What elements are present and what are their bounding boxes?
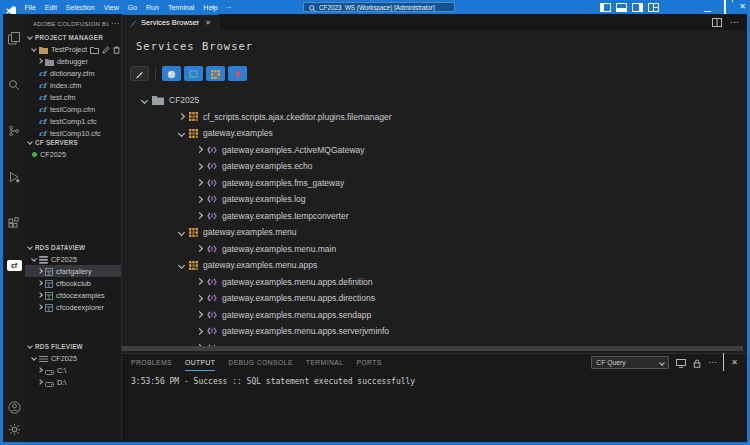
drive-item[interactable]: C:\: [25, 364, 121, 376]
panel-tab-problems[interactable]: PROBLEMS: [131, 354, 172, 371]
chevron-right-icon[interactable]: [196, 196, 203, 203]
close-window-button[interactable]: ✕: [739, 0, 746, 14]
tree-item[interactable]: gateway.examples.ActiveMQGateway: [122, 142, 747, 159]
open-output-in-editor-icon[interactable]: [676, 354, 686, 372]
settings-gear-icon[interactable]: [3, 418, 25, 440]
menu-run[interactable]: Run: [142, 4, 164, 11]
tree-item[interactable]: gateway.examples.menu.apps.serverjvminfo: [122, 323, 747, 340]
search-icon[interactable]: [3, 74, 25, 96]
filter-button[interactable]: [130, 66, 149, 81]
menu-terminal[interactable]: Terminal: [163, 4, 198, 11]
server-scope-button[interactable]: [162, 66, 181, 81]
file-item[interactable]: cftest.cfm: [25, 91, 121, 103]
datasource-item[interactable]: cfbookclub: [25, 277, 121, 289]
output-channel-select[interactable]: CF Query: [591, 356, 669, 369]
chevron-right-icon[interactable]: [196, 212, 203, 219]
tree-item[interactable]: gateway.examples.menu.apps.directions: [122, 290, 747, 307]
chevron-right-icon[interactable]: [178, 113, 185, 120]
tree-item[interactable]: gateway.examples.menu.main: [122, 241, 747, 258]
chevron-right-icon[interactable]: [196, 245, 203, 252]
section-header[interactable]: CF SERVERS: [25, 136, 121, 148]
split-editor-icon[interactable]: [712, 13, 722, 31]
flame-button[interactable]: [228, 66, 247, 81]
maximize-panel-icon[interactable]: [723, 354, 724, 372]
close-icon[interactable]: ✕: [205, 19, 211, 27]
back-icon[interactable]: ←: [210, 0, 218, 14]
section-header[interactable]: RDS FILEVIEW: [25, 340, 121, 352]
menu-edit[interactable]: Edit: [40, 4, 61, 11]
lock-scrolling-icon[interactable]: [693, 354, 701, 372]
menubar: File Edit Selection View Go Run Terminal…: [20, 0, 222, 14]
run-debug-icon[interactable]: [3, 166, 25, 188]
chevron-right-icon[interactable]: [196, 278, 203, 285]
tree-item[interactable]: gateway.examples.menu: [122, 224, 747, 241]
datasource-root-row[interactable]: CF2025: [25, 253, 121, 265]
tree-item-debugger[interactable]: debugger: [25, 55, 121, 67]
panel-tab-debug-console[interactable]: DEBUG CONSOLE: [228, 354, 293, 371]
tree-item[interactable]: gateway.examples.fms_gateway: [122, 175, 747, 192]
tree-item[interactable]: gateway.examples.echo: [122, 158, 747, 175]
project-row[interactable]: TestProject: [25, 43, 121, 55]
delete-trash-icon[interactable]: [113, 43, 120, 55]
panel-tab-terminal[interactable]: TERMINAL: [306, 354, 344, 371]
component-icon: [207, 146, 217, 154]
menu-go[interactable]: Go: [123, 4, 141, 11]
menu-file[interactable]: File: [20, 4, 40, 11]
section-header[interactable]: PROJECT MANAGER: [25, 31, 121, 43]
extensions-icon[interactable]: [3, 212, 25, 234]
menu-selection[interactable]: Selection: [61, 4, 99, 11]
component-icon: [207, 195, 217, 203]
tree-item[interactable]: cf_scripts.scripts.ajax.ckeditor.plugins…: [122, 109, 747, 126]
services-tree: CF2025 cf_scripts.scripts.ajax.ckeditor.…: [122, 92, 747, 346]
panel-tab-output[interactable]: OUTPUT: [185, 354, 215, 371]
tree-item[interactable]: gateway.examples.tempconverter: [122, 208, 747, 225]
chevron-down-icon[interactable]: [141, 97, 148, 104]
edit-pencil-icon[interactable]: [102, 43, 110, 55]
accounts-icon[interactable]: [3, 396, 25, 418]
forward-icon[interactable]: →: [224, 0, 232, 14]
tree-item[interactable]: gateway.examples.menu.apps.sendapp: [122, 307, 747, 324]
chevron-right-icon[interactable]: [196, 328, 203, 335]
datasource-item[interactable]: cfcodeexplorer: [25, 301, 121, 313]
fileview-root-row[interactable]: CF2025: [25, 352, 121, 364]
server-row[interactable]: CF2025: [25, 148, 121, 160]
drive-item[interactable]: D:\: [25, 376, 121, 388]
command-center[interactable]: CF2023_WS (Workspace) [Administrator]: [303, 2, 455, 12]
chevron-right-icon[interactable]: [196, 311, 203, 318]
close-panel-icon[interactable]: ✕: [731, 356, 738, 369]
file-item[interactable]: cfdictionary.cfm: [25, 67, 121, 79]
file-item[interactable]: cfindex.cfm: [25, 79, 121, 91]
tree-item[interactable]: gateway.examples: [122, 125, 747, 142]
datasource-item[interactable]: cfdocexamples: [25, 289, 121, 301]
source-control-icon[interactable]: [3, 120, 25, 142]
chevron-right-icon[interactable]: [196, 163, 203, 170]
coldfusion-extension-icon[interactable]: cf: [3, 254, 25, 276]
chevron-down-icon: [659, 360, 665, 366]
tab-services-browser[interactable]: Services Browser ✕: [122, 14, 219, 30]
more-actions-icon[interactable]: ⋯: [708, 356, 716, 369]
file-item[interactable]: cftestComp.cfm: [25, 103, 121, 115]
packages-button[interactable]: [206, 66, 225, 81]
tree-item[interactable]: gateway.examples.menu.apps: [122, 257, 747, 274]
section-header[interactable]: RDS DATAVIEW: [25, 241, 121, 253]
chevron-right-icon[interactable]: [196, 146, 203, 153]
chevron-down-icon[interactable]: [178, 262, 185, 269]
datasource-button[interactable]: [184, 66, 203, 81]
horizontal-scrollbar[interactable]: [122, 346, 743, 351]
datasource-item[interactable]: cfartgallery: [25, 265, 121, 277]
chevron-right-icon[interactable]: [196, 179, 203, 186]
more-actions-icon[interactable]: ⋯: [730, 17, 739, 27]
chevron-down-icon[interactable]: [178, 130, 185, 137]
panel-tab-ports[interactable]: PORTS: [356, 354, 381, 371]
chevron-right-icon[interactable]: [196, 295, 203, 302]
tree-item[interactable]: gateway.examples.log: [122, 191, 747, 208]
explorer-icon[interactable]: [3, 27, 25, 49]
new-folder-icon[interactable]: [90, 43, 99, 55]
chevron-right-icon: [37, 379, 43, 385]
tree-item[interactable]: gateway.examples.menu.apps.definition: [122, 274, 747, 291]
chevron-down-icon[interactable]: [178, 229, 185, 236]
file-item[interactable]: cftestComp1.cfc: [25, 115, 121, 127]
more-actions-icon[interactable]: ⋯: [109, 19, 119, 28]
menu-view[interactable]: View: [99, 4, 123, 11]
tree-item[interactable]: CF2025: [122, 92, 747, 109]
